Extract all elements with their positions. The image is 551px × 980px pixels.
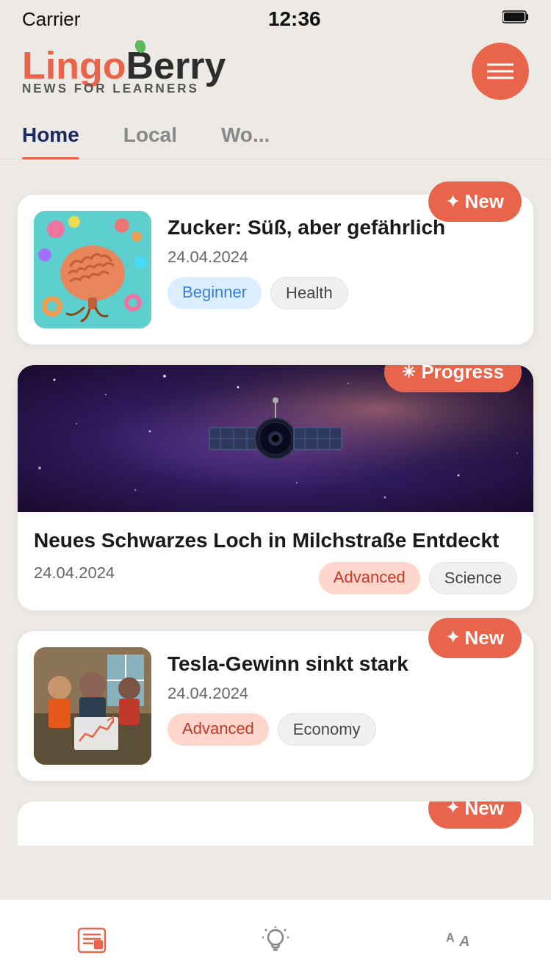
svg-point-16 <box>47 301 57 311</box>
header: LingoBerry NEWS FOR LEARNERS <box>0 35 551 112</box>
berry-leaf-icon <box>134 40 147 57</box>
tag-health: Health <box>270 277 348 309</box>
tab-world[interactable]: Wo... <box>221 112 270 159</box>
nav-news[interactable] <box>54 917 130 964</box>
card-3-thumbnail <box>34 647 151 765</box>
svg-point-54 <box>273 397 278 403</box>
star-icon-3: ✦ <box>446 628 459 647</box>
svg-point-28 <box>347 383 349 384</box>
svg-point-34 <box>458 475 460 477</box>
svg-point-4 <box>134 40 147 54</box>
carrier-text: Carrier <box>22 8 86 31</box>
card-2-tags: Advanced Science <box>319 562 517 594</box>
svg-rect-3 <box>504 12 525 21</box>
svg-point-25 <box>105 394 107 395</box>
svg-point-32 <box>149 430 151 433</box>
bottom-nav: A A <box>0 899 551 980</box>
content-area: ✦ New <box>0 159 551 862</box>
svg-point-13 <box>38 248 51 262</box>
status-bar: Carrier 12:36 <box>0 0 551 35</box>
tag-beginner: Beginner <box>168 277 262 309</box>
svg-point-10 <box>68 216 80 228</box>
news-icon <box>76 924 108 956</box>
hamburger-icon <box>487 62 514 80</box>
svg-point-60 <box>48 676 71 699</box>
svg-line-76 <box>265 929 267 931</box>
tag-advanced-2: Advanced <box>319 562 420 594</box>
svg-rect-2 <box>526 14 528 20</box>
card-4-partial: ✦ New <box>18 801 533 846</box>
svg-point-62 <box>79 672 106 699</box>
tag-economy: Economy <box>278 713 376 746</box>
nav-translate[interactable]: A A <box>421 917 497 964</box>
card-3-tags: Advanced Economy <box>168 713 517 746</box>
badge-progress-2: ✳ Progress <box>384 365 522 392</box>
logo-berry-container: Berry <box>126 46 226 84</box>
svg-point-47 <box>272 435 279 442</box>
svg-point-64 <box>118 677 140 699</box>
svg-point-26 <box>163 375 166 378</box>
logo: LingoBerry NEWS FOR LEARNERS <box>22 46 226 96</box>
menu-button[interactable] <box>472 43 529 100</box>
card-3-info: Tesla-Gewinn sinkt stark 24.04.2024 Adva… <box>168 647 517 746</box>
svg-rect-61 <box>48 699 71 728</box>
logo-text: LingoBerry <box>22 46 226 84</box>
star-icon-4: ✦ <box>446 801 459 818</box>
svg-point-35 <box>516 453 518 454</box>
card-2-date: 24.04.2024 <box>34 563 115 583</box>
badge-label-3: New <box>465 627 504 649</box>
svg-point-11 <box>115 218 129 233</box>
svg-text:A: A <box>458 933 469 949</box>
logo-lingo: Lingo <box>22 44 126 87</box>
svg-rect-71 <box>95 941 102 948</box>
battery-icon <box>503 10 529 29</box>
time-text: 12:36 <box>268 7 321 31</box>
tab-local[interactable]: Local <box>123 112 177 159</box>
svg-line-77 <box>284 929 286 931</box>
svg-point-31 <box>76 423 77 425</box>
svg-rect-65 <box>119 699 140 725</box>
translate-icon: A A <box>443 924 475 956</box>
svg-point-24 <box>54 379 56 381</box>
card-2[interactable]: ✳ Progress <box>18 365 533 610</box>
brain-image <box>34 211 151 328</box>
svg-point-33 <box>296 482 298 483</box>
badge-label-2: Progress <box>421 365 504 383</box>
card-3-date: 24.04.2024 <box>168 684 517 703</box>
svg-point-27 <box>237 386 240 389</box>
nav-ideas[interactable] <box>237 917 314 964</box>
svg-point-36 <box>38 466 41 469</box>
card-2-title: Neues Schwarzes Loch in Milchstraße Entd… <box>34 527 517 555</box>
badge-label-1: New <box>465 190 504 213</box>
badge-new-3: ✦ New <box>428 618 522 658</box>
card-2-body: Neues Schwarzes Loch in Milchstraße Entd… <box>18 512 533 610</box>
svg-point-37 <box>134 489 136 491</box>
svg-point-18 <box>129 298 137 307</box>
tab-home[interactable]: Home <box>22 112 79 159</box>
lightbulb-icon <box>259 924 292 956</box>
tab-bar: Home Local Wo... <box>0 112 551 159</box>
card-3[interactable]: ✦ New <box>18 631 533 781</box>
badge-label-4: New <box>465 801 504 820</box>
card-1-info: Zucker: Süß, aber gefährlich 24.04.2024 … <box>168 211 517 309</box>
svg-text:A: A <box>446 932 455 944</box>
star-icon-1: ✦ <box>446 192 459 212</box>
svg-point-14 <box>134 256 146 268</box>
card-1-date: 24.04.2024 <box>168 248 517 267</box>
card-1-thumbnail <box>34 211 151 328</box>
svg-point-72 <box>268 930 283 945</box>
svg-point-9 <box>47 220 65 238</box>
svg-point-38 <box>384 497 386 499</box>
business-image <box>34 647 151 765</box>
svg-point-12 <box>132 231 142 242</box>
card-1-tags: Beginner Health <box>168 277 517 309</box>
logo-erry: erry <box>154 44 226 87</box>
tag-science: Science <box>429 562 517 594</box>
progress-icon: ✳ <box>402 365 415 382</box>
badge-new-1: ✦ New <box>428 181 522 222</box>
badge-new-4: ✦ New <box>428 801 522 829</box>
tag-advanced-3: Advanced <box>168 713 269 746</box>
card-2-meta: 24.04.2024 Advanced Science <box>34 562 517 594</box>
card-4-peek: ✦ New <box>18 801 533 846</box>
card-1[interactable]: ✦ New <box>18 195 533 345</box>
